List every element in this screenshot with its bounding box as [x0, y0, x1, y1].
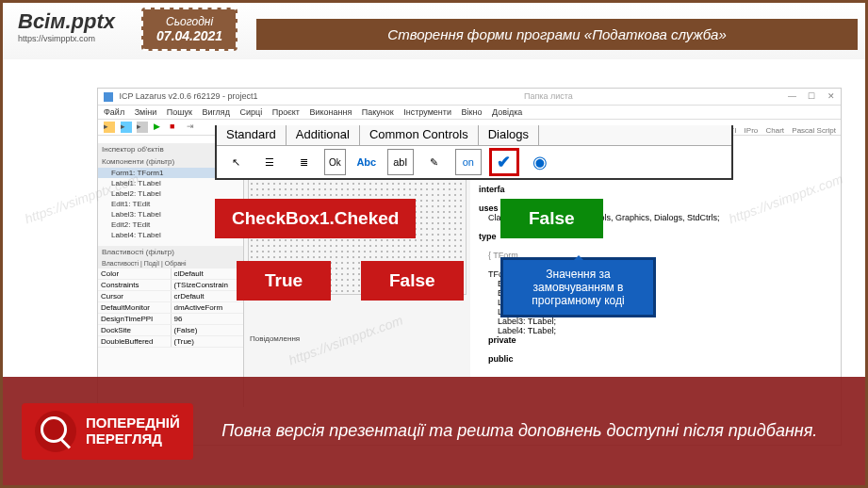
maximize-icon[interactable]: ☐ — [808, 91, 815, 101]
callout-checked: CheckBox1.Cheked — [215, 199, 416, 238]
palette-tab-dialogs[interactable]: Dialogs — [479, 125, 539, 145]
slide-title: Створення форми програми «Податкова служ… — [256, 19, 858, 50]
menu-search[interactable]: Пошук — [167, 107, 192, 117]
palette-tab-common[interactable]: Common Controls — [360, 125, 479, 145]
callout-true: True — [237, 261, 331, 301]
object-inspector: Інспектор об'єктів Компоненти (фільтр) F… — [98, 143, 244, 407]
edit-icon[interactable]: abI — [387, 149, 414, 175]
button-icon[interactable]: Ok — [324, 149, 346, 175]
tool-open-icon[interactable]: ▸ — [121, 122, 132, 133]
prop-tabs[interactable]: Властивості | Події | Обрані — [98, 258, 243, 268]
ide-titlebar: ICP Lazarus v2.0.6 r62129 - project1 Пап… — [98, 89, 841, 106]
date-badge: Сьогодні 07.04.2021 — [141, 8, 237, 51]
prop-doublebuffered[interactable]: DoubleBuffered(True) — [98, 336, 243, 348]
tool-run-icon[interactable]: ▶ — [154, 122, 165, 133]
prop-cursor[interactable]: CursorcrDefault — [98, 291, 243, 302]
logo-url: https://vsimpptx.com — [18, 34, 115, 43]
menu-project[interactable]: Проєкт — [272, 107, 300, 117]
prop-constraints[interactable]: Constraints(TSizeConstrain — [98, 280, 243, 291]
palette-tabs: Standard Additional Common Controls Dial… — [217, 125, 731, 146]
tree-label2[interactable]: Label2: TLabel — [98, 188, 243, 199]
props-header: Властивості (фільтр) — [98, 246, 243, 258]
close-icon[interactable]: ✕ — [827, 91, 835, 101]
checkbox-icon[interactable]: ✔ — [489, 148, 519, 176]
minimize-icon[interactable]: — — [788, 91, 796, 101]
callout-false-green: False — [500, 199, 603, 238]
memo-icon[interactable]: ✎ — [421, 149, 448, 175]
date-label: Сьогодні — [156, 15, 222, 28]
property-grid: ColorclDefault Constraints(TSizeConstrai… — [98, 268, 243, 348]
ide-title-text: ICP Lazarus v2.0.6 r62129 - project1 — [120, 91, 258, 101]
prop-color[interactable]: ColorclDefault — [98, 268, 243, 280]
togglebox-icon[interactable]: on — [455, 149, 482, 175]
preview-line1: ПОПЕРЕДНІЙ — [86, 415, 180, 431]
top-bar: Всім.pptx https://vsimpptx.com Сьогодні … — [3, 3, 865, 59]
palette-tab-standard[interactable]: Standard — [217, 125, 287, 145]
menu-view[interactable]: Вигляд — [202, 107, 230, 117]
messages-title: Повідомлення — [248, 333, 467, 345]
magnifier-icon — [35, 411, 76, 452]
tool-new-icon[interactable]: ▸ — [104, 122, 115, 133]
tab-chart[interactable]: Chart — [766, 126, 785, 135]
tab-pascal[interactable]: Pascal Script — [792, 126, 836, 135]
menu-file[interactable]: Файл — [104, 107, 124, 117]
component-palette: Standard Additional Common Controls Dial… — [215, 125, 733, 180]
date-value: 07.04.2021 — [156, 28, 222, 43]
prop-designtimeppi[interactable]: DesignTimePPI96 — [98, 314, 243, 325]
window-controls: — ☐ ✕ — [778, 91, 835, 101]
logo-title: Всім.pptx — [18, 9, 115, 34]
logo: Всім.pptx https://vsimpptx.com — [10, 8, 123, 45]
tool-step-icon[interactable]: ⇥ — [187, 122, 198, 133]
prop-docksite[interactable]: DockSite(False) — [98, 325, 243, 336]
mainmenu-icon[interactable]: ☰ — [256, 149, 283, 175]
menu-help[interactable]: Довідка — [492, 107, 522, 117]
label-icon[interactable]: Abc — [353, 149, 380, 175]
top-label: Папка листа — [524, 91, 573, 101]
menu-bar: Файл Зміни Пошук Вигляд Сирці Проєкт Вик… — [98, 106, 841, 120]
menu-package[interactable]: Пакунок — [362, 107, 394, 117]
app-icon — [104, 92, 113, 102]
menu-tools[interactable]: Інструменти — [403, 107, 451, 117]
radiobutton-icon[interactable]: ◉ — [527, 149, 553, 175]
menu-run[interactable]: Виконання — [309, 107, 352, 117]
bottom-overlay: ПОПЕРЕДНІЙ ПЕРЕГЛЯД Повна версія презент… — [3, 377, 865, 485]
tab-ipro[interactable]: IPro — [745, 126, 759, 135]
popupmenu-icon[interactable]: ≣ — [290, 149, 317, 175]
menu-edit[interactable]: Зміни — [135, 107, 157, 117]
prop-defaultmonitor[interactable]: DefaultMonitordmActiveForm — [98, 302, 243, 314]
bottom-message: Повна версія презентації та решта доповн… — [193, 421, 846, 441]
callout-false-red: False — [361, 261, 464, 301]
preview-line2: ПЕРЕГЛЯД — [86, 431, 180, 447]
menu-window[interactable]: Вікно — [462, 107, 483, 117]
preview-badge[interactable]: ПОПЕРЕДНІЙ ПЕРЕГЛЯД — [22, 403, 193, 460]
menu-source[interactable]: Сирці — [239, 107, 262, 117]
callout-default-value: Значення за замовчуванням в програмному … — [500, 257, 656, 317]
tool-pause-icon[interactable]: ■ — [170, 122, 181, 133]
tool-save-icon[interactable]: ▸ — [137, 122, 148, 133]
preview-text: ПОПЕРЕДНІЙ ПЕРЕГЛЯД — [86, 415, 180, 447]
palette-tab-additional[interactable]: Additional — [287, 125, 360, 145]
cursor-icon[interactable]: ↖ — [222, 149, 249, 175]
